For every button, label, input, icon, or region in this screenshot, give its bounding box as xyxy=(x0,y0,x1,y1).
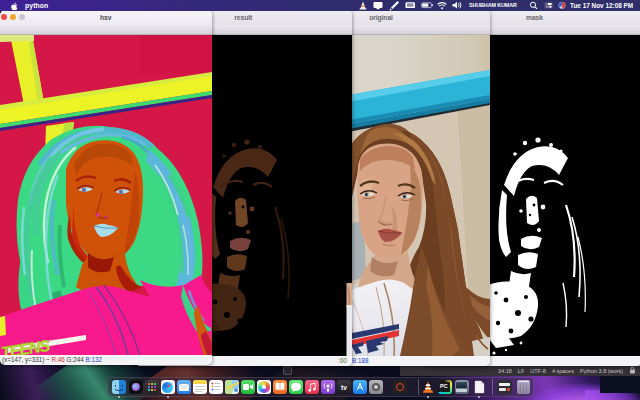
svg-text:Tue 17 Nov 12:08 PM: Tue 17 Nov 12:08 PM xyxy=(570,2,633,9)
svg-text:SHUBHAM KUMAR: SHUBHAM KUMAR xyxy=(469,2,517,8)
svg-text:tv: tv xyxy=(341,384,347,391)
